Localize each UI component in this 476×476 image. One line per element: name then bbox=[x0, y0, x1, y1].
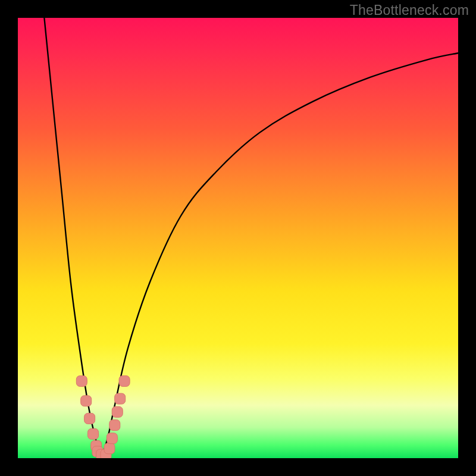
watermark-label: TheBottleneck.com bbox=[350, 2, 469, 18]
data-marker bbox=[84, 413, 95, 424]
chart-frame: TheBottleneck.com bbox=[0, 0, 476, 476]
series-left-branch bbox=[44, 18, 101, 458]
data-marker bbox=[81, 396, 92, 406]
marker-cluster bbox=[76, 376, 130, 459]
data-marker bbox=[88, 428, 99, 439]
data-marker bbox=[115, 393, 126, 404]
plot-area bbox=[18, 18, 458, 458]
bottleneck-curve bbox=[44, 18, 458, 458]
data-marker bbox=[119, 376, 130, 387]
curve-layer bbox=[18, 18, 458, 458]
data-marker bbox=[104, 443, 115, 454]
data-marker bbox=[109, 420, 120, 431]
data-marker bbox=[112, 406, 123, 417]
data-marker bbox=[76, 376, 87, 387]
data-marker bbox=[107, 433, 117, 444]
series-right-branch bbox=[102, 53, 458, 458]
